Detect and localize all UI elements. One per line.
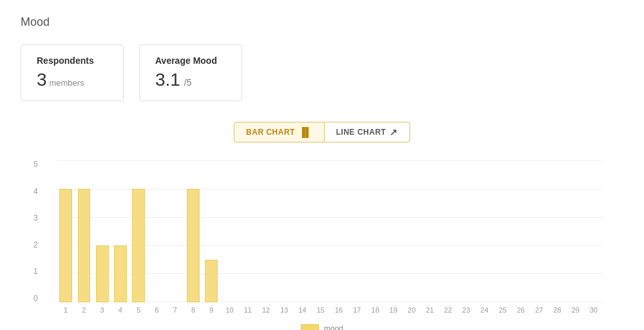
x-axis-label: 2 [75, 306, 93, 314]
bar-slot [493, 160, 511, 302]
chart-toggle: BAR CHART ▐▌ LINE CHART ↗ [21, 122, 623, 142]
bar [187, 189, 200, 302]
x-axis-label: 10 [220, 306, 238, 314]
bar [132, 189, 145, 302]
y-axis-label: 0 [33, 295, 38, 302]
x-axis-label: 30 [585, 306, 603, 314]
bar-slot [147, 160, 166, 302]
bar-slot [566, 160, 584, 302]
bar-slot [402, 160, 421, 302]
bar-slot [93, 160, 111, 302]
x-axis-label: 5 [129, 306, 147, 314]
bar-slot [366, 160, 384, 302]
average-mood-number: 3.1 [155, 70, 180, 90]
bar-slot [421, 160, 439, 302]
y-axis-label: 5 [33, 160, 38, 168]
y-axis: 543210 [33, 160, 38, 302]
x-axis-label: 18 [366, 306, 384, 314]
bar-slot [512, 160, 530, 302]
bar-slot [202, 160, 220, 302]
x-axis-label: 25 [493, 306, 511, 314]
y-axis-label: 3 [33, 214, 38, 222]
y-axis-label: 2 [33, 241, 38, 249]
bar-slot [548, 160, 566, 302]
x-axis: 1234567891011121314151617181920212223242… [57, 302, 603, 314]
x-axis-label: 20 [402, 306, 421, 314]
average-mood-unit: /5 [184, 77, 192, 88]
bar [78, 189, 91, 302]
x-axis-label: 7 [166, 306, 184, 314]
average-mood-label: Average Mood [155, 55, 226, 66]
average-mood-value-row: 3.1 /5 [155, 70, 226, 90]
x-axis-label: 19 [384, 306, 402, 314]
x-axis-label: 27 [530, 306, 548, 314]
y-axis-label: 1 [33, 267, 38, 275]
line-chart-button[interactable]: LINE CHART ↗ [325, 122, 410, 142]
respondents-number: 3 [37, 70, 47, 90]
chart-container: 543210 [57, 160, 603, 302]
bar-slot [475, 160, 493, 302]
bar-slot [312, 160, 330, 302]
x-axis-label: 13 [275, 306, 293, 314]
x-axis-label: 21 [421, 306, 439, 314]
bar-chart-icon: ▐▌ [299, 127, 312, 137]
x-axis-label: 14 [293, 306, 311, 314]
line-chart-icon: ↗ [390, 127, 398, 137]
bar-slot [585, 160, 603, 302]
x-axis-label: 28 [548, 306, 566, 314]
legend-color-box [301, 324, 319, 330]
bar-slot [57, 160, 75, 302]
x-axis-label: 24 [475, 306, 493, 314]
bar [114, 246, 127, 302]
legend-label: mood [324, 324, 343, 330]
bar-slot [239, 160, 257, 302]
bar-slot [530, 160, 548, 302]
bar-slot [348, 160, 366, 302]
x-axis-label: 23 [457, 306, 475, 314]
respondents-sub: members [49, 78, 84, 88]
bar [205, 260, 218, 302]
bar [96, 246, 109, 302]
x-axis-label: 6 [147, 306, 166, 314]
bar-slot [220, 160, 238, 302]
x-axis-label: 3 [93, 306, 111, 314]
bar-slot [111, 160, 129, 302]
bar-slot [129, 160, 147, 302]
x-axis-label: 29 [566, 306, 584, 314]
bar [59, 189, 72, 302]
y-axis-label: 4 [33, 188, 38, 195]
x-axis-label: 15 [312, 306, 330, 314]
bar-slot [384, 160, 402, 302]
respondents-card: Respondents 3 members [21, 44, 124, 101]
x-axis-label: 9 [202, 306, 220, 314]
x-axis-label: 11 [239, 306, 257, 314]
chart-area: 543210 123456789101112131415161718192021… [31, 160, 613, 330]
x-axis-label: 12 [257, 306, 275, 314]
bar-slot [184, 160, 202, 302]
average-mood-card: Average Mood 3.1 /5 [139, 44, 242, 101]
bar-slot [166, 160, 184, 302]
legend: mood [31, 324, 613, 330]
stats-row: Respondents 3 members Average Mood 3.1 /… [21, 44, 623, 101]
x-axis-label: 4 [111, 306, 129, 314]
bar-slot [293, 160, 311, 302]
x-axis-label: 26 [512, 306, 530, 314]
bar-slot [439, 160, 457, 302]
bar-slot [457, 160, 475, 302]
bar-slot [257, 160, 275, 302]
bar-slot [75, 160, 93, 302]
bar-slot [330, 160, 348, 302]
respondents-value: 3 members [37, 70, 108, 90]
x-axis-label: 16 [330, 306, 348, 314]
x-axis-label: 22 [439, 306, 457, 314]
line-chart-label: LINE CHART [336, 128, 386, 137]
x-axis-label: 8 [184, 306, 202, 314]
page-title: Mood [21, 15, 623, 29]
bar-slot [275, 160, 293, 302]
bar-chart-button[interactable]: BAR CHART ▐▌ [234, 122, 325, 142]
x-axis-label: 1 [57, 306, 75, 314]
x-axis-label: 17 [348, 306, 366, 314]
bars-wrapper [57, 160, 603, 302]
respondents-label: Respondents [37, 55, 108, 66]
bar-chart-label: BAR CHART [246, 128, 295, 137]
